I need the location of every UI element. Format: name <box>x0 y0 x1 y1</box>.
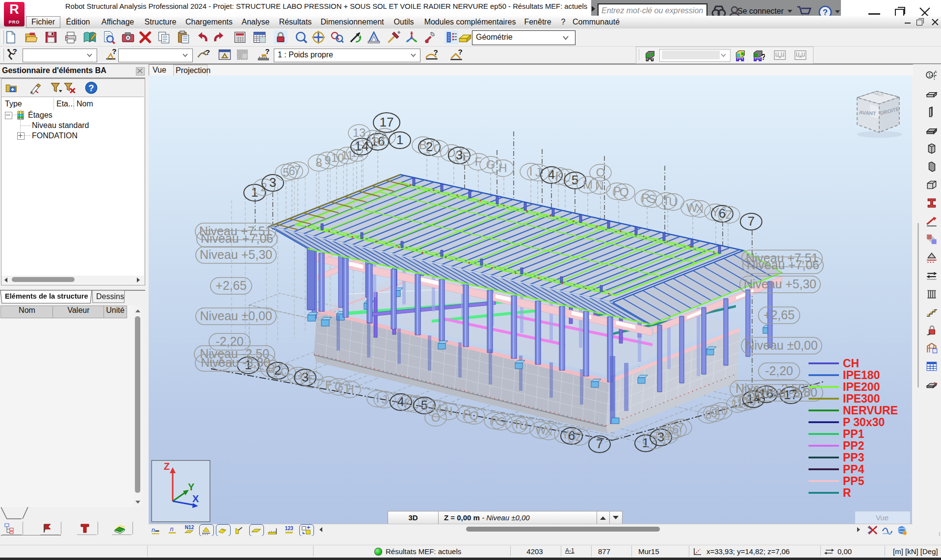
svg-text:PP5: PP5 <box>843 475 864 487</box>
svg-text:5: 5 <box>572 173 578 187</box>
svg-text:Niveau +7,06: Niveau +7,06 <box>201 231 273 245</box>
svg-text:Z: Z <box>726 208 733 221</box>
svg-text:?: ? <box>458 48 463 56</box>
svg-text:Niveau ±0,00: Niveau ±0,00 <box>200 309 272 323</box>
svg-text:U: U <box>519 419 527 432</box>
svg-text:Niveau +5,30: Niveau +5,30 <box>200 248 272 261</box>
svg-text:N: N <box>444 405 452 418</box>
svg-text:7: 7 <box>748 214 755 229</box>
svg-text:17: 17 <box>380 115 394 129</box>
svg-text:J: J <box>382 393 388 406</box>
svg-text:+2,65: +2,65 <box>763 308 794 322</box>
svg-text:NERVURE: NERVURE <box>843 404 898 417</box>
svg-text:1: 1 <box>396 132 403 147</box>
svg-text:+2,65: +2,65 <box>215 279 246 292</box>
svg-text:Niveau -3,80: Niveau -3,80 <box>748 385 817 399</box>
svg-text:S: S <box>497 415 505 428</box>
svg-text:-2,20: -2,20 <box>765 364 793 378</box>
svg-text:?: ? <box>206 48 210 56</box>
svg-text:?: ? <box>434 48 438 56</box>
svg-text:S: S <box>648 192 656 205</box>
svg-text:N12: N12 <box>185 525 194 530</box>
svg-text:n: n <box>170 525 174 533</box>
svg-text:AVANT: AVANT <box>859 109 877 116</box>
svg-text:CH: CH <box>843 357 859 370</box>
svg-text:IPE200: IPE200 <box>843 381 880 393</box>
svg-text:9: 9 <box>324 153 331 167</box>
svg-text:PP4: PP4 <box>843 463 864 476</box>
svg-text:IPE300: IPE300 <box>843 392 880 405</box>
svg-text:10: 10 <box>715 404 728 417</box>
svg-text:?: ? <box>13 48 17 55</box>
svg-text:1: 1 <box>928 72 931 78</box>
svg-text:1: 1 <box>251 185 258 200</box>
svg-text:?: ? <box>761 53 765 61</box>
svg-text:Z: Z <box>164 461 170 472</box>
svg-text:PP2: PP2 <box>843 439 864 452</box>
svg-text:O: O <box>431 411 441 424</box>
svg-text:A: A <box>934 70 937 74</box>
svg-text:Y: Y <box>188 482 195 492</box>
svg-text:Niveau +7,06: Niveau +7,06 <box>747 258 819 272</box>
svg-text:?: ? <box>265 48 269 55</box>
svg-text:H: H <box>345 382 354 396</box>
svg-text:1: 1 <box>642 435 649 450</box>
svg-text:G: G <box>486 158 496 171</box>
svg-text:13: 13 <box>353 126 366 139</box>
svg-text:A: A <box>381 130 389 143</box>
svg-text:H: H <box>498 161 507 175</box>
svg-text:O: O <box>596 166 605 179</box>
svg-text:R: R <box>843 486 851 499</box>
svg-text:J: J <box>535 166 541 179</box>
svg-text:P 30x30: P 30x30 <box>843 416 885 429</box>
svg-text:Niveau -3,80: Niveau -3,80 <box>201 356 270 369</box>
svg-text:M: M <box>583 178 593 191</box>
svg-text:PP1: PP1 <box>843 428 864 440</box>
svg-text:n: n <box>152 526 155 534</box>
svg-text:7: 7 <box>596 436 603 451</box>
svg-text:E: E <box>308 373 316 386</box>
svg-text:X: X <box>545 425 552 438</box>
svg-text:?: ? <box>112 48 116 55</box>
svg-text:U: U <box>669 195 677 208</box>
svg-text:E: E <box>462 150 470 163</box>
svg-text:Q: Q <box>620 185 629 199</box>
svg-text:PP3: PP3 <box>843 451 864 464</box>
svg-text:7: 7 <box>678 421 684 434</box>
svg-text:123: 123 <box>285 526 293 531</box>
svg-text:?: ? <box>88 83 94 93</box>
svg-text:3: 3 <box>269 175 276 190</box>
svg-text:X: X <box>696 202 704 215</box>
svg-text:Niveau ±0,00: Niveau ±0,00 <box>745 338 817 352</box>
svg-text:X: X <box>192 493 199 504</box>
svg-text:7: 7 <box>294 163 301 177</box>
svg-text:Q: Q <box>470 409 479 422</box>
svg-text:Niveau +5,30: Niveau +5,30 <box>744 277 816 291</box>
svg-text:Z: Z <box>575 430 583 443</box>
svg-text:IPE180: IPE180 <box>843 369 880 382</box>
